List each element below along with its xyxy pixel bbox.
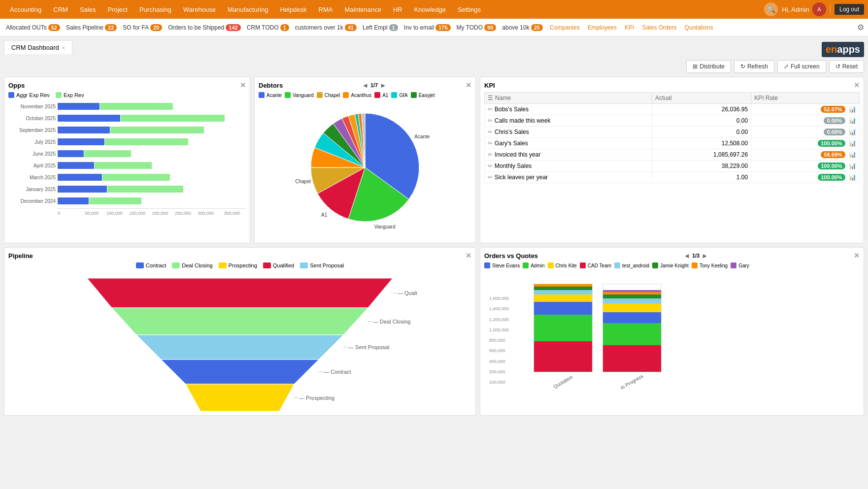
- link-employees[interactable]: Employees: [585, 23, 620, 32]
- badge-allocated-outs[interactable]: Allocated OUTs 52: [4, 23, 62, 32]
- orders-y-label: 400,000: [489, 359, 522, 364]
- funnel-layer[interactable]: [87, 278, 393, 308]
- link-kpi[interactable]: KPI: [622, 23, 637, 32]
- tab-close-button[interactable]: ×: [62, 45, 65, 51]
- nav-item-hr[interactable]: HR: [387, 0, 408, 19]
- nav-item-knowledge[interactable]: Knowledge: [408, 0, 452, 19]
- kpi-chart-icon[interactable]: 📊: [849, 151, 856, 158]
- badge-my-todo[interactable]: My TODO 90: [455, 23, 499, 32]
- legend-android: test_android: [614, 262, 649, 268]
- orders-page: 1/3: [692, 253, 700, 259]
- orders-bar-segment: [534, 290, 592, 294]
- kpi-edit-icon[interactable]: ✏: [488, 140, 493, 147]
- nav-item-accounting[interactable]: Accounting: [4, 0, 47, 19]
- kpi-cell-name: ✏Monthly Sales: [485, 161, 652, 172]
- kpi-chart-icon[interactable]: 📊: [849, 163, 856, 169]
- opps-widget-header: Opps ✕: [8, 81, 246, 89]
- kpi-edit-icon[interactable]: ✏: [488, 151, 493, 158]
- nav-item-project[interactable]: Project: [101, 0, 133, 19]
- debtors-close-button[interactable]: ✕: [466, 81, 471, 89]
- opps-bar-label: June 2025: [8, 151, 56, 157]
- nav-item-rma[interactable]: RMA: [313, 0, 339, 19]
- orders-prev-button[interactable]: ◄: [684, 252, 690, 260]
- orders-y-label: 800,000: [489, 338, 522, 343]
- kpi-filter-icon[interactable]: ☰: [488, 95, 493, 101]
- crm-dashboard-tab[interactable]: CRM Dashboard ×: [4, 40, 72, 54]
- funnel-layer[interactable]: [112, 308, 368, 335]
- kpi-title: KPI: [484, 82, 495, 89]
- nav-item-maintenance[interactable]: Maintenance: [338, 0, 387, 19]
- pipeline-legend: Contract Deal Closing Prospecting Qualif…: [8, 262, 471, 268]
- funnel-layer[interactable]: [136, 335, 343, 359]
- nav-item-sales[interactable]: Sales: [74, 0, 102, 19]
- badge-invemail-count: 175: [435, 24, 450, 31]
- pipeline-title: Pipeline: [8, 252, 33, 260]
- badge-sales-label: Sales Pipeline: [66, 24, 103, 31]
- badge-so-fa[interactable]: SO for FA 20: [121, 23, 164, 32]
- kpi-edit-icon[interactable]: ✏: [488, 163, 493, 169]
- badge-leftempl-label: Left Empl: [363, 24, 388, 31]
- funnel-layer[interactable]: [161, 359, 319, 384]
- legend-qualified: Qualified: [263, 262, 294, 268]
- kpi-edit-icon[interactable]: ✏: [488, 106, 493, 113]
- kpi-edit-icon[interactable]: ✏: [488, 174, 493, 181]
- badge-inv-email[interactable]: Inv to email 175: [402, 23, 453, 32]
- main-area: CRM Dashboard × enapps ⊞ Distribute ↻ Re…: [0, 36, 868, 489]
- kpi-chart-icon[interactable]: 📊: [849, 174, 856, 181]
- distribute-button[interactable]: ⊞ Distribute: [686, 60, 731, 73]
- kpi-chart-icon[interactable]: 📊: [849, 140, 856, 147]
- nav-item-settings[interactable]: Settings: [452, 0, 487, 19]
- badge-orders-shipped[interactable]: Orders to be Shipped 142: [166, 23, 242, 32]
- second-nav-settings-icon[interactable]: ⚙: [857, 23, 864, 32]
- kpi-cell-actual: 1,085,697.26: [652, 149, 751, 161]
- kpi-chart-icon[interactable]: 📊: [849, 129, 856, 135]
- reset-button[interactable]: ↺ Reset: [829, 60, 864, 73]
- refresh-button[interactable]: ↻ Refresh: [734, 60, 774, 73]
- nav-item-helpdesk[interactable]: Helpdesk: [274, 0, 312, 19]
- search-button[interactable]: 🔍: [764, 2, 778, 16]
- kpi-cell-name: ✏Bobs's Sales: [485, 104, 652, 115]
- debtors-next-button[interactable]: ►: [380, 82, 386, 89]
- kpi-chart-icon[interactable]: 📊: [849, 117, 856, 124]
- opps-bar-row: July 2025: [58, 136, 246, 147]
- legend-gfa: GfA: [391, 92, 407, 98]
- nav-item-purchasing[interactable]: Purchasing: [134, 0, 177, 19]
- pipeline-close-button[interactable]: ✕: [466, 252, 471, 260]
- orders-bar-segment: [603, 294, 661, 298]
- orders-next-button[interactable]: ►: [701, 252, 708, 260]
- kpi-chart-icon[interactable]: 📊: [849, 106, 856, 113]
- link-sales-orders[interactable]: Sales Orders: [639, 23, 679, 32]
- kpi-edit-icon[interactable]: ✏: [488, 129, 493, 135]
- badge-sales-pipeline[interactable]: Sales Pipeline 22: [64, 23, 119, 32]
- kpi-close-button[interactable]: ✕: [854, 81, 860, 89]
- opps-bar-aggr: [58, 197, 89, 204]
- kpi-header-name: Name: [495, 95, 511, 101]
- nav-item-manufacturing[interactable]: Manufacturing: [222, 0, 274, 19]
- legend-chapel: Chapel: [317, 92, 340, 98]
- logout-button[interactable]: Log out: [835, 4, 864, 15]
- link-companies[interactable]: Companies: [547, 23, 583, 32]
- kpi-edit-icon[interactable]: ✏: [488, 117, 493, 124]
- badge-left-empl[interactable]: Left Empl 1: [361, 23, 400, 32]
- kpi-widget: KPI ✕ ☰ Name Actual KPI Rate: [480, 77, 864, 243]
- funnel-layer[interactable]: [186, 384, 294, 411]
- badge-sofa-label: SO for FA: [123, 24, 149, 31]
- link-quotations[interactable]: Quotations: [681, 23, 716, 32]
- legend-prospecting: Prospecting: [219, 262, 257, 268]
- orders-y-label: 1,000,000: [489, 327, 522, 332]
- orders-close-button[interactable]: ✕: [854, 252, 860, 260]
- kpi-cell-name: ✏Chris's Sales: [485, 127, 652, 138]
- legend-dot-exp: [56, 92, 62, 98]
- distribute-label: Distribute: [700, 63, 725, 70]
- badge-leftempl-count: 1: [389, 24, 398, 31]
- legend-acanthus: Acanthus: [343, 92, 371, 98]
- fullscreen-button[interactable]: ⤢ Full screen: [777, 60, 826, 73]
- debtors-prev-button[interactable]: ◄: [362, 82, 368, 89]
- nav-item-crm[interactable]: CRM: [47, 0, 74, 19]
- badge-crm-todo[interactable]: CRM TODO 1: [245, 23, 291, 32]
- nav-item-warehouse[interactable]: Warehouse: [177, 0, 222, 19]
- badge-above-10k[interactable]: above 10k 25: [500, 23, 545, 32]
- orders-bar-segment: [603, 303, 661, 312]
- badge-customers[interactable]: customers over 1k 41: [293, 23, 359, 32]
- opps-close-button[interactable]: ✕: [240, 81, 246, 89]
